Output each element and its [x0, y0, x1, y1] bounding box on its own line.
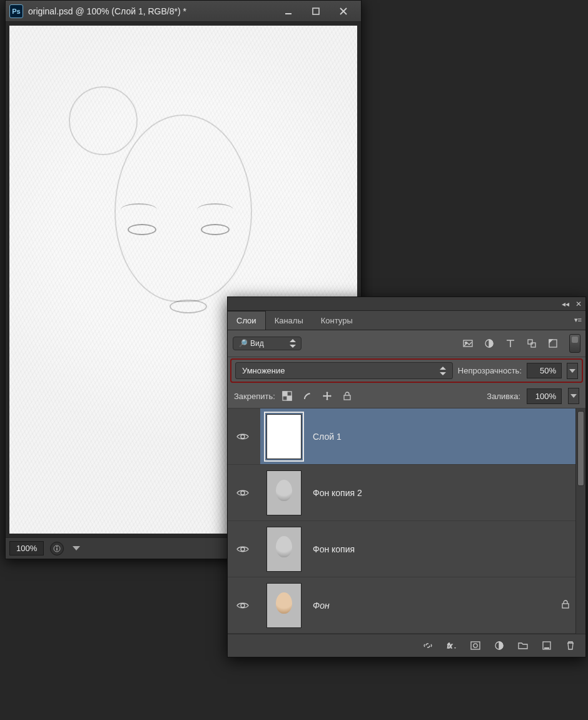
svg-rect-23	[471, 642, 480, 649]
photoshop-icon: Ps	[9, 4, 23, 18]
layer-name[interactable]: Фон копия 2	[313, 488, 362, 498]
svg-rect-11	[531, 343, 535, 347]
maximize-button[interactable]	[302, 3, 330, 19]
layer-mask-icon[interactable]	[469, 639, 482, 652]
blend-mode-select[interactable]: Умножение	[235, 362, 453, 379]
filter-type-icon[interactable]	[504, 337, 517, 350]
group-icon[interactable]	[517, 639, 529, 652]
svg-text:fx: fx	[447, 642, 453, 649]
adjustment-layer-icon[interactable]	[493, 639, 505, 652]
panel-topbar[interactable]: ◂◂ ✕	[228, 297, 585, 311]
svg-rect-5	[56, 548, 58, 550]
layer-thumb[interactable]	[266, 414, 302, 459]
svg-rect-16	[344, 395, 350, 400]
visibility-toggle[interactable]	[234, 601, 251, 610]
lock-all-icon[interactable]	[342, 390, 353, 402]
layer-filter-row: 🔎 Вид	[228, 330, 585, 357]
statusbar-menu-icon[interactable]	[73, 546, 80, 550]
svg-rect-14	[283, 392, 287, 396]
layer-thumb[interactable]	[266, 583, 302, 628]
lock-label: Закрепить:	[234, 392, 275, 401]
layer-row[interactable]: Фон копия 2	[228, 465, 585, 521]
scrollbar[interactable]	[575, 408, 585, 634]
panel-tabs: Слои Каналы Контуры ▾≡	[228, 311, 585, 330]
lock-image-icon[interactable]	[302, 390, 313, 402]
collapse-icon[interactable]: ◂◂	[562, 300, 569, 308]
layer-row[interactable]: Фон копия	[228, 521, 585, 577]
stepper-icon	[440, 367, 446, 375]
document-titlebar[interactable]: Ps original.psd @ 100% (Слой 1, RGB/8*) …	[6, 1, 361, 22]
chevron-down-icon	[569, 369, 575, 373]
search-icon: 🔎	[238, 339, 248, 348]
svg-point-24	[474, 644, 477, 647]
opacity-field[interactable]: 50%	[527, 363, 562, 378]
filter-adjustment-icon[interactable]	[483, 337, 495, 350]
tab-paths[interactable]: Контуры	[312, 312, 362, 330]
svg-rect-15	[287, 396, 291, 400]
layer-row[interactable]: Слой 1	[228, 408, 585, 465]
lock-transparency-icon[interactable]	[281, 390, 293, 402]
svg-rect-1	[313, 8, 319, 14]
layer-thumb[interactable]	[266, 527, 302, 572]
svg-rect-21	[562, 604, 569, 608]
layer-name[interactable]: Слой 1	[313, 432, 342, 442]
filter-smartobject-icon[interactable]	[547, 337, 559, 350]
svg-point-17	[241, 435, 245, 439]
layer-filter-label: Вид	[250, 339, 264, 348]
lock-icon	[560, 599, 570, 611]
lock-fill-row: Закрепить: Заливка: 100%	[228, 384, 585, 408]
layer-filter-select[interactable]: 🔎 Вид	[233, 337, 302, 350]
blend-opacity-row: Умножение Непрозрачность: 50%	[230, 358, 583, 383]
panel-menu-icon[interactable]: ▾≡	[574, 316, 582, 324]
blend-mode-label: Умножение	[242, 366, 285, 375]
stepper-icon	[290, 339, 296, 348]
delete-layer-icon[interactable]	[564, 639, 577, 652]
filter-pixel-icon[interactable]	[462, 337, 474, 350]
filter-toggle[interactable]	[569, 334, 580, 353]
chevron-down-icon	[570, 394, 577, 398]
visibility-toggle[interactable]	[234, 489, 251, 497]
zoom-field[interactable]: 100%	[9, 541, 44, 555]
svg-point-20	[241, 604, 245, 607]
tab-channels[interactable]: Каналы	[266, 312, 312, 330]
close-button[interactable]	[330, 3, 357, 19]
layer-thumb[interactable]	[266, 470, 302, 515]
minimize-button[interactable]	[275, 3, 302, 19]
fill-label: Заливка:	[487, 392, 520, 401]
link-layers-icon[interactable]	[422, 639, 434, 652]
fill-field[interactable]: 100%	[527, 388, 562, 404]
visibility-toggle[interactable]	[234, 432, 251, 441]
svg-point-19	[241, 547, 245, 551]
layers-list: Слой 1 Фон копия 2 Фон копия Фон	[228, 408, 585, 634]
tab-layers[interactable]: Слои	[228, 311, 266, 330]
opacity-label: Непрозрачность:	[458, 366, 522, 375]
lock-position-icon[interactable]	[322, 390, 333, 402]
svg-point-18	[241, 491, 245, 495]
panel-close-icon[interactable]: ✕	[575, 300, 582, 308]
fill-dropdown[interactable]	[568, 388, 579, 404]
opacity-dropdown[interactable]	[567, 363, 578, 379]
layers-panel: ◂◂ ✕ Слои Каналы Контуры ▾≡ 🔎 Вид Умноже…	[227, 297, 586, 657]
filter-shape-icon[interactable]	[525, 337, 538, 350]
doc-info-icon[interactable]	[50, 542, 64, 555]
svg-rect-10	[528, 340, 532, 344]
layers-footer: fx	[228, 634, 585, 657]
visibility-toggle[interactable]	[234, 545, 251, 554]
new-layer-icon[interactable]	[540, 639, 553, 652]
layer-style-icon[interactable]: fx	[445, 639, 458, 652]
scrollbar-thumb[interactable]	[577, 411, 584, 486]
layer-row[interactable]: Фон	[228, 577, 585, 634]
document-title: original.psd @ 100% (Слой 1, RGB/8*) *	[28, 6, 275, 16]
layer-name[interactable]: Фон копия	[313, 544, 355, 554]
layer-name[interactable]: Фон	[313, 601, 330, 611]
svg-point-6	[56, 546, 58, 547]
